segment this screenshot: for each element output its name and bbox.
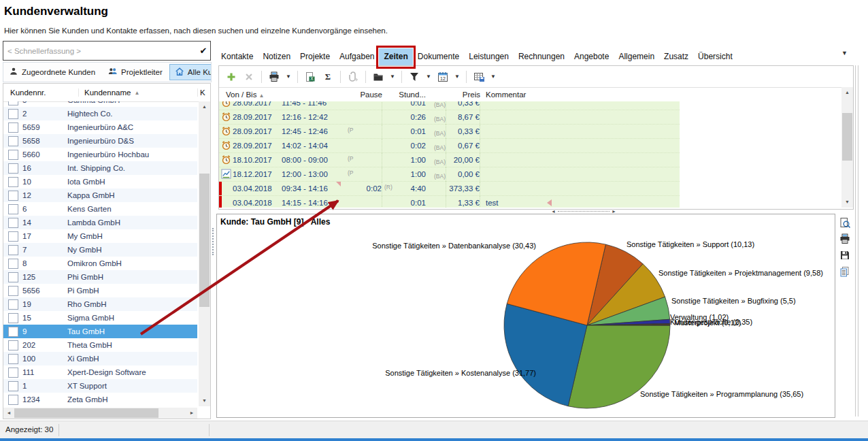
customer-row[interactable]: 17My GmbH [3,229,197,243]
column-header-stunden[interactable]: Stund... [397,91,426,99]
filter-button[interactable] [407,70,421,84]
print-button[interactable] [839,233,851,245]
add-button[interactable] [224,70,238,84]
row-checkbox[interactable] [8,327,18,337]
collapse-right-icon[interactable]: ► [612,209,616,214]
customer-row[interactable]: 15Sigma GmbH [3,311,197,325]
customer-row[interactable]: 125Phi GmbH [3,270,197,284]
column-header-kommentar[interactable]: Kommentar [480,91,841,99]
row-checkbox[interactable] [8,259,18,269]
customer-row[interactable]: 5656Pi GmbH [3,284,197,297]
customer-row[interactable]: 111Xpert-Design Software [3,365,197,379]
excel-export-button[interactable]: X [303,70,317,84]
customer-row[interactable]: 7Ny GmbH [3,243,197,257]
tab-dokumente[interactable]: Dokumente [413,48,464,65]
customer-row[interactable]: 16Int. Shipping Co. [3,161,197,175]
scroll-down-icon[interactable]: ▼ [199,395,210,406]
customer-row[interactable]: 5660Ingenieurbüro Hochbau [3,148,197,161]
sum-button[interactable]: Σ [321,70,335,84]
customer-row[interactable]: 1XT Support [3,379,197,393]
column-header-pause[interactable]: Pause [359,91,382,99]
copy-button[interactable] [839,265,851,278]
customer-row[interactable]: 8Omikron GmbH [3,257,197,270]
customer-row[interactable]: 5659Ingenieurbüro A&C [3,120,197,134]
tab-overflow-dropdown-icon[interactable]: ▼ [841,50,848,56]
row-checkbox[interactable] [8,218,18,228]
customer-row[interactable]: 12Kappa GmbH [3,189,197,202]
check-icon[interactable]: ✔ [197,46,210,56]
row-checkbox[interactable] [8,395,18,405]
panel-splitter[interactable] [211,83,215,418]
customer-row[interactable]: 5658Ingenieurbüro D&S [3,134,197,148]
tab-aufgaben[interactable]: Aufgaben [335,48,379,65]
time-entry-row[interactable]: 03.04.201809:34 - 14:160:02(R)4:40373,33… [219,182,680,196]
tab-angebote[interactable]: Angebote [569,48,614,65]
time-entry-row[interactable]: 28.09.201712:45 - 12:46(P0:01(BA)0,33 € [219,125,680,139]
customer-vscrollbar[interactable]: ▲ ▼ [199,101,210,406]
dropdown-arrow-icon[interactable]: ▼ [389,74,396,80]
column-header-truncated[interactable]: K [198,88,210,97]
dropdown-arrow-icon[interactable]: ▼ [425,74,432,80]
tab-zusatz[interactable]: Zusatz [659,48,693,65]
row-checkbox[interactable] [8,381,18,391]
filter-button-person[interactable]: Zugeordnete Kunden [3,64,101,80]
column-header-vonbis[interactable]: Von / Bis ▲ [219,91,359,99]
row-checkbox[interactable] [8,150,18,160]
dropdown-arrow-icon[interactable]: ▼ [454,74,461,80]
print-button[interactable] [267,70,281,84]
scroll-right-icon[interactable]: ► [186,408,197,419]
time-entry-row[interactable]: 28.09.201714:02 - 14:040:02(BA)0,67 € [219,139,680,153]
row-checkbox[interactable] [8,313,18,323]
customer-row[interactable]: 10Iota GmbH [3,175,197,189]
row-checkbox[interactable] [8,299,18,310]
row-checkbox[interactable] [8,177,18,187]
delete-button[interactable] [242,70,256,84]
filter-button-people[interactable]: Projektleiter [102,64,168,80]
time-entry-row[interactable]: 28.09.201712:16 - 12:420:26(BA)8,67 € [219,110,680,125]
customer-row[interactable]: 19Rho GmbH [3,297,197,311]
save-button[interactable] [839,249,851,261]
right-splitter[interactable] [855,65,858,416]
row-checkbox[interactable] [8,231,18,242]
table-save-button[interactable] [472,70,486,84]
customer-row[interactable]: 100Xi GmbH [3,352,197,365]
calendar-button[interactable]: 12 [436,70,450,84]
tab-rechnungen[interactable]: Rechnungen [514,48,569,65]
filter-button-home[interactable]: Alle Ku [169,64,212,80]
time-entry-row[interactable]: 28.09.201711:45 - 11:460:01(BA)0,33 € [219,101,680,110]
scroll-left-icon[interactable]: ◄ [3,408,14,419]
scroll-down-icon[interactable]: ▼ [841,197,853,208]
column-header-kundennr[interactable]: Kundennr. [3,88,79,97]
row-checkbox[interactable] [8,368,18,378]
tab-übersicht[interactable]: Übersicht [693,48,737,65]
row-checkbox[interactable] [8,109,18,119]
row-checkbox[interactable] [8,191,18,201]
time-entry-row[interactable]: 18.10.201708:00 - 09:00(P1:00(BA)20,00 € [219,153,680,167]
time-vscrollbar[interactable]: ▲ ▼ [841,87,853,208]
time-entry-row[interactable]: 03.04.201814:15 - 14:160:011,33 €test [219,196,680,208]
row-checkbox[interactable] [8,163,18,174]
row-checkbox[interactable] [8,340,18,350]
column-header-kundenname[interactable]: Kundenname ▲ [79,88,198,97]
folder-button[interactable] [371,70,385,84]
scroll-up-icon[interactable]: ▲ [199,101,210,112]
quick-entry-input[interactable] [3,47,197,55]
row-checkbox[interactable] [8,122,18,133]
scroll-thumb[interactable] [14,408,158,418]
customer-row[interactable]: 14Lambda GmbH [3,216,197,229]
tab-leistungen[interactable]: Leistungen [464,48,514,65]
customer-hscrollbar[interactable]: ◄ ► [3,408,197,419]
dropdown-arrow-icon[interactable]: ▼ [490,74,497,80]
customer-row[interactable]: 202Theta GmbH [3,338,197,352]
row-checkbox[interactable] [8,272,18,282]
time-entry-row[interactable]: 18.12.201712:00 - 13:00(P1:00(BA)0,00 € [219,167,680,182]
row-checkbox[interactable] [8,354,18,364]
column-header-preis[interactable]: Preis [446,91,480,99]
tab-kontakte[interactable]: Kontakte [216,48,258,65]
attach-button[interactable] [346,70,360,84]
customer-row[interactable]: 5Gamma GmbH [3,101,197,107]
customer-row[interactable]: 1234Zeta GmbH [3,393,197,406]
customer-row[interactable]: 9Tau GmbH [3,325,197,338]
customer-row[interactable]: 2Hightech Co. [3,107,197,120]
row-checkbox[interactable] [8,204,18,214]
